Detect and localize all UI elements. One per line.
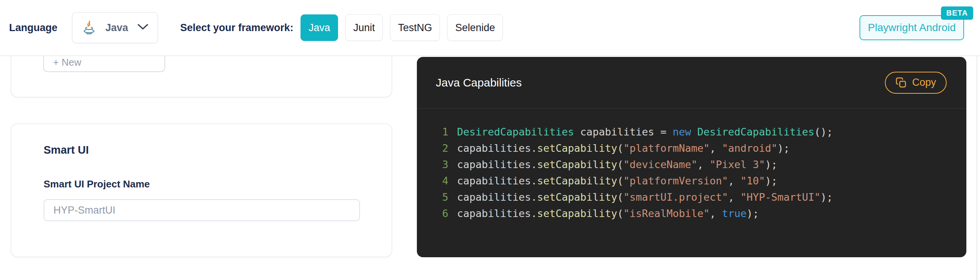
framework-button-java[interactable]: Java xyxy=(301,14,338,41)
line-number: 3 xyxy=(417,156,448,173)
main-content: + New Smart UI Smart UI Project Name Jav… xyxy=(0,57,980,280)
smart-ui-title: Smart UI xyxy=(44,144,391,156)
smart-ui-project-name-input[interactable] xyxy=(44,199,360,221)
beta-badge: BETA xyxy=(941,6,973,20)
framework-button-junit[interactable]: Junit xyxy=(345,14,383,41)
smart-ui-project-name-label: Smart UI Project Name xyxy=(44,178,391,190)
code-text: capabilities.setCapability("isRealMobile… xyxy=(457,205,759,222)
playwright-android-wrap: Playwright Android BETA xyxy=(859,15,964,40)
code-text: capabilities.setCapability("platformVers… xyxy=(457,173,777,189)
framework-select-label: Select your framework: xyxy=(180,22,294,34)
line-number: 5 xyxy=(417,189,448,205)
code-line: 4capabilities.setCapability("platformVer… xyxy=(417,173,966,189)
line-number: 4 xyxy=(417,173,448,189)
code-text: capabilities.setCapability("deviceName",… xyxy=(457,156,777,173)
copy-button[interactable]: Copy xyxy=(885,72,947,94)
line-number: 2 xyxy=(417,140,448,156)
framework-buttons: JavaJunitTestNGSelenide xyxy=(301,14,503,41)
copy-icon xyxy=(896,77,907,88)
framework-button-testng[interactable]: TestNG xyxy=(390,14,440,41)
capability-card-clipped: + New xyxy=(11,56,392,98)
code-panel: Java Capabilities Copy 1DesiredCapabilit… xyxy=(417,57,966,257)
language-dropdown[interactable]: Java xyxy=(72,12,158,43)
code-line: 2capabilities.setCapability("platformNam… xyxy=(417,140,966,156)
code-lines: 1DesiredCapabilities capabilities = new … xyxy=(417,109,966,222)
copy-button-label: Copy xyxy=(912,77,936,88)
toolbar: Language Java Select your framework: Jav… xyxy=(0,0,980,56)
line-number: 1 xyxy=(417,124,448,140)
code-text: DesiredCapabilities capabilities = new D… xyxy=(457,124,833,140)
code-panel-header: Java Capabilities Copy xyxy=(417,57,966,109)
java-logo-icon xyxy=(81,20,97,35)
language-dropdown-value: Java xyxy=(105,22,128,34)
framework-button-selenide[interactable]: Selenide xyxy=(447,14,503,41)
line-number: 6 xyxy=(417,205,448,222)
code-line: 3capabilities.setCapability("deviceName"… xyxy=(417,156,966,173)
code-line: 6capabilities.setCapability("isRealMobil… xyxy=(417,205,966,222)
code-text: capabilities.setCapability("smartUI.proj… xyxy=(457,189,833,205)
language-label: Language xyxy=(9,22,57,34)
new-button[interactable]: + New xyxy=(43,56,165,72)
code-text: capabilities.setCapability("platformName… xyxy=(457,140,790,156)
code-line: 1DesiredCapabilities capabilities = new … xyxy=(417,124,966,140)
code-line: 5capabilities.setCapability("smartUI.pro… xyxy=(417,189,966,205)
code-panel-title: Java Capabilities xyxy=(436,76,522,89)
smart-ui-card: Smart UI Smart UI Project Name xyxy=(11,123,392,257)
chevron-down-icon xyxy=(137,24,148,32)
